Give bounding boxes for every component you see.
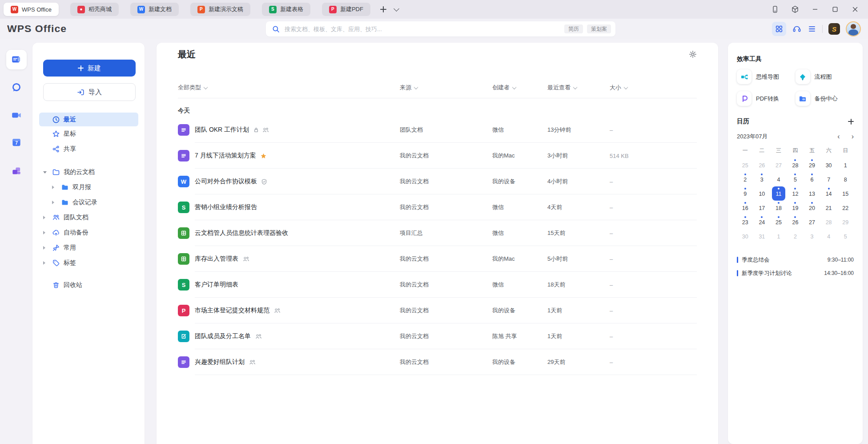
calendar-day[interactable]: 16: [739, 201, 752, 215]
file-row[interactable]: 云文档管人员信息统计表理器验收 项目汇总 微信 15天前 –: [178, 220, 697, 246]
calendar-day[interactable]: 15: [839, 186, 852, 201]
calendar-day[interactable]: 28: [822, 215, 836, 229]
calendar-day[interactable]: 29: [805, 158, 819, 172]
app-tab[interactable]: ● 稻壳商城: [70, 3, 119, 16]
sidebar-item-shared[interactable]: 共享: [39, 141, 138, 157]
calendar-day[interactable]: 1: [839, 158, 852, 172]
calendar-day[interactable]: 3: [805, 229, 819, 243]
menu-icon[interactable]: [808, 24, 816, 33]
calendar-day[interactable]: 7: [822, 172, 836, 186]
new-document-button[interactable]: 新建: [43, 60, 136, 77]
new-tab-button[interactable]: [380, 6, 386, 12]
support-headset-icon[interactable]: [792, 24, 802, 34]
app-tab[interactable]: S 新建表格: [262, 3, 310, 16]
rail-documents-tab[interactable]: [6, 50, 27, 69]
calendar-day[interactable]: 22: [839, 201, 852, 215]
calendar-day[interactable]: 4: [772, 172, 785, 186]
rail-calendar-tab[interactable]: 7: [11, 137, 22, 148]
calendar-day[interactable]: 19: [788, 201, 802, 215]
sidebar-item-my-cloud-docs[interactable]: 我的云文档: [39, 165, 138, 180]
search-tag-resume[interactable]: 简历: [564, 24, 583, 33]
calendar-day[interactable]: 4: [822, 229, 836, 243]
file-row[interactable]: W 公司对外合作协议模板 我的云文档 我的设备 4小时前 –: [178, 169, 697, 194]
search-bar[interactable]: 简历 策划案: [266, 21, 615, 36]
app-box-icon[interactable]: [791, 5, 799, 13]
calendar-day[interactable]: 30: [739, 229, 752, 243]
sidebar-item-tags[interactable]: 标签: [39, 255, 138, 270]
calendar-day[interactable]: 9: [739, 186, 752, 201]
user-avatar[interactable]: [846, 21, 861, 36]
calendar-prev-button[interactable]: ‹: [837, 133, 840, 140]
filter-dropdown[interactable]: 最近查看: [547, 84, 610, 92]
sidebar-item-bimonthly-report[interactable]: 双月报: [39, 180, 138, 195]
mobile-icon[interactable]: [771, 5, 779, 13]
import-button[interactable]: 导入: [43, 83, 136, 101]
add-event-button[interactable]: [848, 119, 854, 125]
calendar-day[interactable]: 6: [805, 172, 819, 186]
calendar-day[interactable]: 17: [755, 201, 768, 215]
calendar-day[interactable]: 24: [755, 215, 768, 229]
calendar-day[interactable]: 20: [805, 201, 819, 215]
search-input[interactable]: [284, 25, 564, 33]
sidebar-item-recent[interactable]: 最近: [39, 113, 138, 126]
svip-badge-icon[interactable]: S: [828, 23, 840, 35]
calendar-day[interactable]: 30: [822, 158, 836, 172]
sidebar-item-recycle-bin[interactable]: 回收站: [39, 278, 138, 293]
calendar-day[interactable]: 5: [788, 172, 802, 186]
app-tab[interactable]: P 新建PDF: [322, 3, 370, 16]
app-tab[interactable]: W 新建文档: [130, 3, 179, 16]
filter-dropdown[interactable]: 大小: [610, 84, 697, 92]
sidebar-item-starred[interactable]: 星标: [39, 126, 138, 141]
file-row[interactable]: S 客户订单明细表 我的云文档 微信 18天前 –: [178, 272, 697, 298]
minimize-button[interactable]: [811, 5, 819, 13]
calendar-day[interactable]: 13: [805, 186, 819, 201]
calendar-day[interactable]: 1: [772, 229, 785, 243]
calendar-day[interactable]: 2: [739, 172, 752, 186]
calendar-day[interactable]: 14: [822, 186, 836, 201]
calendar-day[interactable]: 31: [755, 229, 768, 243]
filter-dropdown[interactable]: 来源: [400, 84, 492, 92]
maximize-button[interactable]: [831, 5, 839, 13]
calendar-day[interactable]: 21: [822, 201, 836, 215]
sidebar-item-auto-backup[interactable]: 自动备份: [39, 225, 138, 240]
tab-list-chevron-icon[interactable]: [394, 6, 399, 12]
file-row[interactable]: P 市场主体登记提交材料规范 我的云文档 我的设备 1天前 –: [178, 298, 697, 323]
rail-apps-tab[interactable]: [11, 165, 22, 177]
file-row[interactable]: 团队 OKR 工作计划 团队文档 微信 13分钟前 –: [178, 117, 697, 143]
file-row[interactable]: 库存出入管理表 我的云文档 我的Mac 5小时前 –: [178, 246, 697, 272]
filter-dropdown[interactable]: 创建者: [492, 84, 547, 92]
calendar-day[interactable]: 12: [788, 186, 802, 201]
file-row[interactable]: S 营销小组业绩分析报告 我的云文档 微信 4天前 –: [178, 194, 697, 220]
rail-meeting-tab[interactable]: [11, 109, 22, 121]
event-item[interactable]: 新季度学习计划讨论 14:30–16:00: [737, 266, 854, 280]
calendar-day[interactable]: 28: [788, 158, 802, 172]
calendar-next-button[interactable]: ›: [852, 133, 854, 140]
calendar-day[interactable]: 26: [755, 158, 768, 172]
search-tag-plan[interactable]: 策划案: [587, 24, 611, 33]
tool-flowchart[interactable]: 流程图: [796, 69, 854, 84]
tool-backup-center[interactable]: 备份中心: [796, 91, 854, 106]
filter-dropdown[interactable]: 全部类型: [178, 84, 400, 92]
rail-chat-tab[interactable]: [11, 82, 22, 93]
file-row[interactable]: 兴趣爱好组队计划 我的云文档 我的设备 29天前 –: [178, 349, 697, 375]
calendar-day[interactable]: 18: [772, 201, 785, 215]
event-item[interactable]: 季度总结会 9:30–11:00: [737, 253, 854, 266]
calendar-day[interactable]: 3: [755, 172, 768, 186]
calendar-day[interactable]: 11: [772, 186, 785, 201]
sidebar-item-team-docs[interactable]: 团队文档: [39, 210, 138, 225]
close-button[interactable]: [851, 5, 859, 13]
apps-grid-icon[interactable]: [772, 22, 786, 36]
tool-pdf-convert[interactable]: PDF转换: [737, 91, 796, 106]
calendar-day[interactable]: 23: [739, 215, 752, 229]
calendar-day[interactable]: 25: [772, 215, 785, 229]
calendar-day[interactable]: 8: [839, 172, 852, 186]
calendar-day[interactable]: 25: [739, 158, 752, 172]
calendar-day[interactable]: 10: [755, 186, 768, 201]
calendar-day[interactable]: 2: [788, 229, 802, 243]
calendar-day[interactable]: 29: [839, 215, 852, 229]
file-row[interactable]: 7 月线下活动策划方案 我的云文档 我的Mac 3小时前 514 KB: [178, 143, 697, 169]
calendar-day[interactable]: 27: [772, 158, 785, 172]
sidebar-item-meeting-notes[interactable]: 会议记录: [39, 195, 138, 210]
tool-mindmap[interactable]: 思维导图: [737, 69, 796, 84]
calendar-day[interactable]: 27: [805, 215, 819, 229]
